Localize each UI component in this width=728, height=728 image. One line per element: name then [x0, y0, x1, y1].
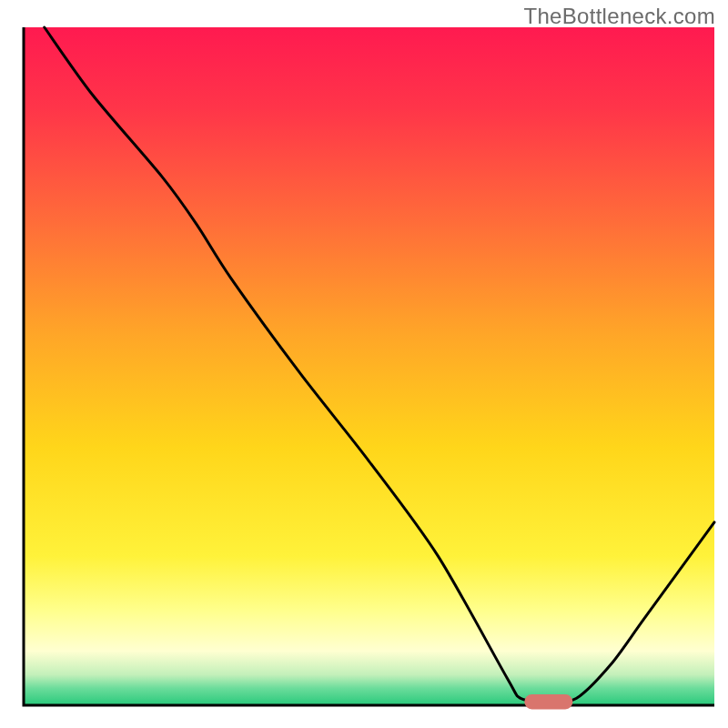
- plot-background: [24, 27, 714, 705]
- watermark-label: TheBottleneck.com: [523, 4, 715, 29]
- chart-container: TheBottleneck.com: [0, 0, 728, 728]
- optimum-marker: [524, 694, 572, 709]
- bottleneck-curve-chart: [0, 0, 728, 728]
